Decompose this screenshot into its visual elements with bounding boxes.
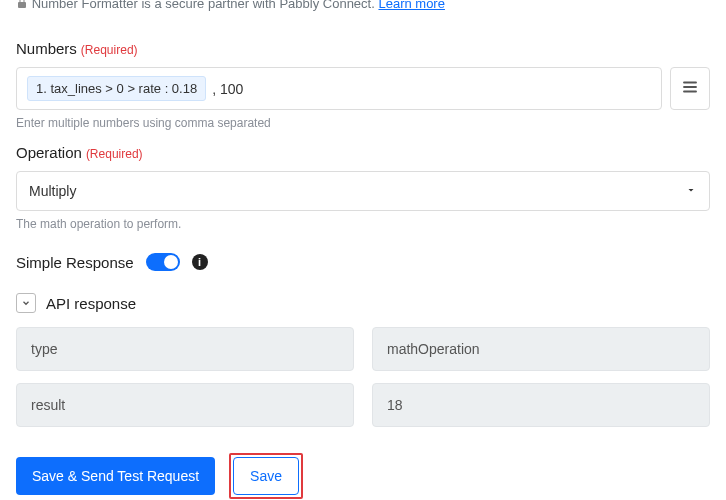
api-value-field[interactable]: 18 <box>372 383 710 427</box>
numbers-menu-button[interactable] <box>670 67 710 110</box>
numbers-trailing-text: , 100 <box>212 81 243 97</box>
operation-section: Operation(Required) Multiply The math op… <box>16 144 710 231</box>
simple-response-row: Simple Response i <box>16 253 710 271</box>
save-send-test-button[interactable]: Save & Send Test Request <box>16 457 215 495</box>
api-response-title: API response <box>46 295 136 312</box>
lock-icon <box>16 0 28 12</box>
caret-down-icon <box>685 183 697 199</box>
numbers-label: Numbers <box>16 40 77 57</box>
operation-select[interactable]: Multiply <box>16 171 710 211</box>
actions-row: Save & Send Test Request Save <box>16 453 710 499</box>
learn-more-link[interactable]: Learn more <box>378 0 444 11</box>
save-button[interactable]: Save <box>233 457 299 495</box>
operation-label: Operation <box>16 144 82 161</box>
chevron-down-icon <box>21 295 31 311</box>
info-banner: Number Formatter is a secure partner wit… <box>16 0 710 26</box>
simple-response-toggle[interactable] <box>146 253 180 271</box>
api-key-field[interactable]: result <box>16 383 354 427</box>
numbers-label-row: Numbers(Required) <box>16 40 710 57</box>
api-response-header-row: API response <box>16 293 710 313</box>
required-marker: (Required) <box>86 147 143 161</box>
hamburger-icon <box>681 78 699 99</box>
api-value-field[interactable]: mathOperation <box>372 327 710 371</box>
simple-response-label: Simple Response <box>16 254 134 271</box>
operation-helper: The math operation to perform. <box>16 217 710 231</box>
numbers-input[interactable]: 1. tax_lines > 0 > rate : 0.18 , 100 <box>16 67 662 110</box>
api-collapse-button[interactable] <box>16 293 36 313</box>
required-marker: (Required) <box>81 43 138 57</box>
api-response-grid: type mathOperation result 18 <box>16 327 710 427</box>
info-text: Number Formatter is a secure partner wit… <box>32 0 375 11</box>
mapping-chip[interactable]: 1. tax_lines > 0 > rate : 0.18 <box>27 76 206 101</box>
info-icon[interactable]: i <box>192 254 208 270</box>
operation-label-row: Operation(Required) <box>16 144 710 161</box>
operation-value: Multiply <box>29 183 76 199</box>
numbers-helper: Enter multiple numbers using comma separ… <box>16 116 710 130</box>
numbers-section: Numbers(Required) 1. tax_lines > 0 > rat… <box>16 40 710 130</box>
api-key-field[interactable]: type <box>16 327 354 371</box>
save-highlight: Save <box>229 453 303 499</box>
